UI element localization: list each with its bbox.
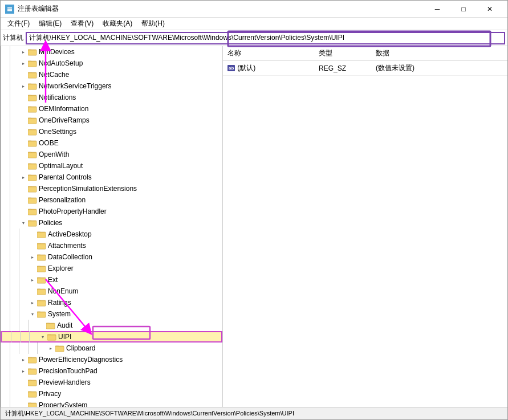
tree-row[interactable]: OEMInformation bbox=[1, 103, 222, 115]
tree-indent bbox=[10, 194, 19, 206]
tree-row[interactable]: PerceptionSimulationExtensions bbox=[1, 183, 222, 194]
tree-indent bbox=[19, 308, 28, 320]
tree-label: MmDevices bbox=[39, 48, 220, 56]
detail-header: 名称 类型 数据 bbox=[223, 46, 507, 61]
detail-row[interactable]: ab (默认) REG_SZ (数值未设置) bbox=[223, 61, 507, 76]
window-title: 注册表编辑器 bbox=[18, 4, 59, 14]
tree-row[interactable]: ▸ PowerEfficiencyDiagnostics bbox=[1, 354, 222, 365]
tree-expand-icon[interactable]: ▸ bbox=[19, 46, 28, 58]
tree-indent bbox=[10, 286, 19, 297]
menu-help[interactable]: 帮助(H) bbox=[137, 18, 169, 30]
tree-indent bbox=[10, 297, 19, 308]
tree-row[interactable]: NonEnum bbox=[1, 286, 222, 297]
tree-expand-icon[interactable]: ▸ bbox=[19, 172, 28, 183]
tree-row[interactable]: OneSettings bbox=[1, 126, 222, 137]
tree-label: PhotoPropertyHandler bbox=[39, 207, 220, 215]
tree-label: OEMInformation bbox=[39, 105, 220, 113]
tree-row[interactable]: ▾ UIPI bbox=[1, 331, 222, 342]
tree-row[interactable]: ▸ PrecisionTouchPad bbox=[1, 365, 222, 377]
close-button[interactable]: ✕ bbox=[477, 1, 503, 18]
folder-icon bbox=[28, 195, 37, 205]
tree-row[interactable]: PropertySystem bbox=[1, 399, 222, 407]
tree-row[interactable]: ▸ MmDevices bbox=[1, 46, 222, 58]
tree-expand-icon[interactable]: ▸ bbox=[46, 342, 55, 354]
tree-indent bbox=[10, 240, 19, 251]
tree-expand-placeholder bbox=[19, 69, 28, 80]
tree-row[interactable]: OOBE bbox=[1, 137, 222, 149]
tree-indent bbox=[1, 183, 10, 194]
tree-expand-icon[interactable]: ▸ bbox=[19, 354, 28, 365]
tree-row[interactable]: Privacy bbox=[1, 388, 222, 399]
minimize-button[interactable]: ─ bbox=[424, 1, 450, 18]
menu-file[interactable]: 文件(F) bbox=[3, 18, 34, 30]
tree-indent bbox=[1, 46, 10, 58]
tree-expand-icon[interactable]: ▸ bbox=[28, 297, 37, 308]
svg-rect-60 bbox=[37, 255, 46, 260]
tree-row[interactable]: Audit bbox=[1, 320, 222, 331]
tree-row[interactable]: Explorer bbox=[1, 263, 222, 274]
tree-label: NcdAutoSetup bbox=[39, 59, 220, 67]
tree-indent bbox=[2, 331, 11, 342]
tree-label: Attachments bbox=[48, 242, 220, 250]
tree-expand-icon[interactable]: ▾ bbox=[38, 331, 47, 342]
tree-indent bbox=[1, 149, 10, 160]
tree-row[interactable]: ▸ NetworkServiceTriggers bbox=[1, 80, 222, 92]
address-input[interactable] bbox=[26, 32, 505, 44]
tree-row[interactable]: ▸ NcdAutoSetup bbox=[1, 58, 222, 69]
tree-indent bbox=[10, 251, 19, 263]
svg-rect-93 bbox=[28, 381, 36, 386]
menu-edit[interactable]: 编辑(E) bbox=[34, 18, 66, 30]
tree-row[interactable]: OpenWith bbox=[1, 149, 222, 160]
tree-row[interactable]: ▾ Policies bbox=[1, 217, 222, 229]
tree-row[interactable]: OneDriveRamps bbox=[1, 115, 222, 126]
tree-row[interactable]: ActiveDesktop bbox=[1, 229, 222, 240]
tree-row[interactable]: Attachments bbox=[1, 240, 222, 251]
tree-label: ActiveDesktop bbox=[48, 230, 220, 238]
status-text: 计算机\HKEY_LOCAL_MACHINE\SOFTWARE\Microsof… bbox=[5, 409, 294, 418]
maximize-button[interactable]: □ bbox=[450, 1, 477, 18]
tree-indent bbox=[10, 388, 19, 399]
tree-label: NetworkServiceTriggers bbox=[39, 82, 220, 90]
tree-row[interactable]: Personalization bbox=[1, 194, 222, 206]
svg-rect-18 bbox=[28, 96, 36, 101]
svg-rect-75 bbox=[37, 312, 46, 317]
folder-icon bbox=[28, 70, 37, 79]
app-icon bbox=[5, 5, 14, 14]
tree-row[interactable]: ▾ System bbox=[1, 308, 222, 320]
tree-row[interactable]: ▸ Ext bbox=[1, 274, 222, 286]
tree-row[interactable]: ▸ Parental Controls bbox=[1, 172, 222, 183]
tree-label: DataCollection bbox=[48, 253, 220, 261]
tree-expand-icon[interactable]: ▸ bbox=[28, 251, 37, 263]
menu-view[interactable]: 查看(V) bbox=[66, 18, 98, 30]
tree-indent bbox=[10, 217, 19, 229]
tree-indent bbox=[10, 183, 19, 194]
tree-row[interactable]: NetCache bbox=[1, 69, 222, 80]
tree-expand-placeholder bbox=[19, 194, 28, 206]
tree-expand-icon[interactable]: ▸ bbox=[19, 80, 28, 92]
tree-pane[interactable]: ▸ MmDevices ▸ NcdAutoSetup NetCache ▸ Ne… bbox=[1, 46, 223, 407]
tree-row[interactable]: OptimalLayout bbox=[1, 160, 222, 172]
tree-expand-icon[interactable]: ▾ bbox=[28, 308, 37, 320]
svg-rect-51 bbox=[28, 221, 36, 226]
tree-indent bbox=[10, 126, 19, 137]
tree-expand-icon[interactable]: ▸ bbox=[19, 58, 28, 69]
detail-data-cell: (数值未设置) bbox=[371, 62, 485, 74]
tree-indent bbox=[19, 274, 28, 286]
tree-row[interactable]: ▸ Ratings bbox=[1, 297, 222, 308]
tree-row[interactable]: Notifications bbox=[1, 92, 222, 103]
tree-row[interactable]: PhotoPropertyHandler bbox=[1, 206, 222, 217]
tree-expand-icon[interactable]: ▾ bbox=[19, 217, 28, 229]
tree-expand-icon[interactable]: ▸ bbox=[19, 365, 28, 377]
tree-row[interactable]: ▸ DataCollection bbox=[1, 251, 222, 263]
tree-expand-icon[interactable]: ▸ bbox=[28, 274, 37, 286]
tree-indent bbox=[10, 229, 19, 240]
tree-indent bbox=[1, 354, 10, 365]
col-type: 类型 bbox=[314, 47, 371, 59]
tree-label: Policies bbox=[39, 219, 220, 227]
tree-indent bbox=[1, 229, 10, 240]
menu-favorites[interactable]: 收藏夹(A) bbox=[98, 18, 137, 30]
tree-row[interactable]: PreviewHandlers bbox=[1, 377, 222, 388]
tree-row[interactable]: ▸ Clipboard bbox=[1, 342, 222, 354]
tree-label: Clipboard bbox=[66, 344, 220, 352]
tree-indent bbox=[10, 80, 19, 92]
